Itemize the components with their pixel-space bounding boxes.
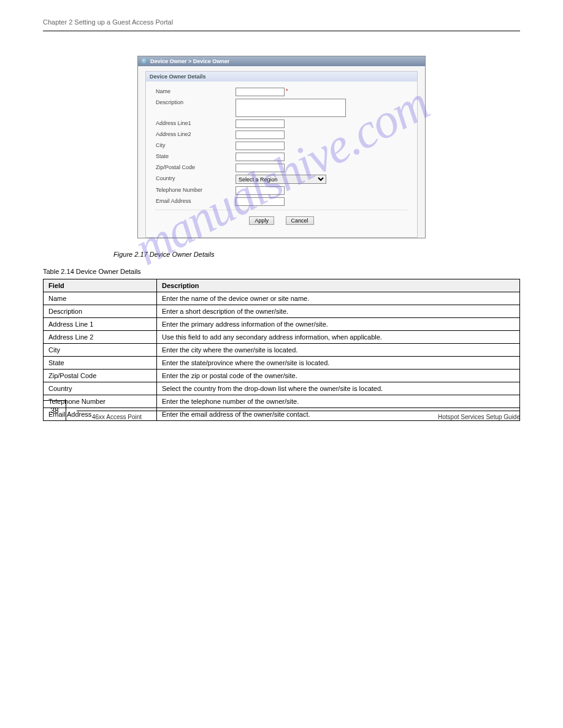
table-cell-field: Name <box>44 292 157 305</box>
country-select[interactable]: Select a Region <box>236 175 326 184</box>
addr1-field[interactable] <box>236 119 285 128</box>
city-field[interactable] <box>236 142 285 150</box>
table-row: DescriptionEnter a short description of … <box>44 305 520 318</box>
table-cell-desc: Enter a short description of the owner/s… <box>157 305 520 318</box>
device-owner-screenshot: Device Owner > Device Owner Device Owner… <box>137 56 426 238</box>
name-label: Name <box>156 88 236 94</box>
table-cell-field: Address Line 2 <box>44 331 157 344</box>
page-header: Chapter 2 Setting up a Guest Access Port… <box>43 18 520 26</box>
table-cell-field: Zip/Postal Code <box>44 370 157 382</box>
footer-left: 46xx Access Point <box>92 414 142 420</box>
name-field[interactable] <box>236 88 285 96</box>
description-field[interactable] <box>236 99 346 117</box>
table-header-field: Field <box>44 279 157 292</box>
globe-icon <box>142 58 148 64</box>
panel-title: Device Owner Details <box>146 72 417 82</box>
addr2-label: Address Line2 <box>156 131 236 137</box>
breadcrumb-text: Device Owner > Device Owner <box>150 58 229 64</box>
table-cell-desc: Enter the name of the device owner or si… <box>157 292 520 305</box>
table-cell-field: Description <box>44 305 157 318</box>
addr2-field[interactable] <box>236 131 285 139</box>
figure-caption: Figure 2.17 Device Owner Details <box>113 251 520 258</box>
city-label: City <box>156 142 236 148</box>
table-cell-desc: Enter the zip or postal code of the owne… <box>157 370 520 382</box>
table-row: StateEnter the state/province where the … <box>44 357 520 370</box>
table-cell-desc: Enter the primary address information of… <box>157 318 520 331</box>
table-cell-field: Country <box>44 382 157 395</box>
table-cell-field: City <box>44 344 157 357</box>
footer-right: Hotspot Services Setup Guide <box>438 414 520 420</box>
page-number: 38 <box>43 400 66 421</box>
panel: Device Owner Details Name * Description … <box>145 71 418 238</box>
email-label: Email Address <box>156 197 236 204</box>
table-cell-desc: Use this field to add any secondary addr… <box>157 331 520 344</box>
table-row: Zip/Postal CodeEnter the zip or postal c… <box>44 370 520 382</box>
table-caption: Table 2.14 Device Owner Details <box>43 268 520 275</box>
table-cell-field: State <box>44 357 157 370</box>
table-row: Address Line 1Enter the primary address … <box>44 318 520 331</box>
header-rule <box>43 31 520 31</box>
table-cell-desc: Select the country from the drop-down li… <box>157 382 520 395</box>
telephone-label: Telephone Number <box>156 186 236 193</box>
table-row: CityEnter the city where the owner/site … <box>44 344 520 357</box>
table-row: Address Line 2Use this field to add any … <box>44 331 520 344</box>
cancel-button[interactable]: Cancel <box>286 216 314 225</box>
footer: 38 46xx Access Point Hotspot Services Se… <box>43 400 520 421</box>
country-label: Country <box>156 175 236 181</box>
breadcrumb: Device Owner > Device Owner <box>138 56 425 66</box>
table-cell-field: Address Line 1 <box>44 318 157 331</box>
email-field[interactable] <box>236 197 285 206</box>
state-field[interactable] <box>236 153 285 161</box>
zip-label: Zip/Postal Code <box>156 164 236 170</box>
telephone-field[interactable] <box>236 186 285 195</box>
required-asterisk: * <box>286 88 288 94</box>
zip-field[interactable] <box>236 164 285 172</box>
table-row: CountrySelect the country from the drop-… <box>44 382 520 395</box>
table-cell-desc: Enter the city where the owner/site is l… <box>157 344 520 357</box>
table-header-desc: Description <box>157 279 520 292</box>
addr1-label: Address Line1 <box>156 119 236 126</box>
table-cell-desc: Enter the state/province where the owner… <box>157 357 520 370</box>
table-row: NameEnter the name of the device owner o… <box>44 292 520 305</box>
description-label: Description <box>156 99 236 105</box>
apply-button[interactable]: Apply <box>249 216 274 225</box>
state-label: State <box>156 153 236 159</box>
